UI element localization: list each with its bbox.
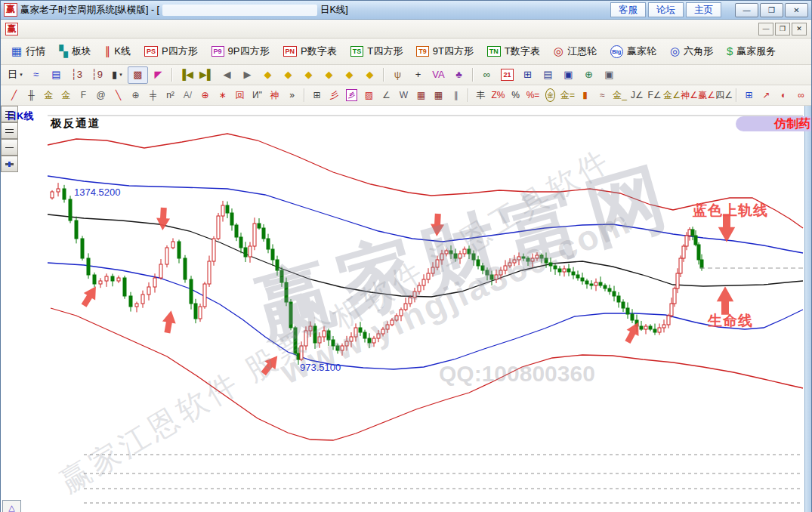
toolbar-hexagon[interactable]: ◎ 六角形 (664, 42, 719, 60)
toolbar-sectors[interactable]: ▚ 板块 (53, 42, 97, 60)
grid-3-chart[interactable]: ┆3 (66, 66, 87, 84)
candle-mark[interactable]: ▮ (576, 87, 594, 104)
gann-star[interactable]: ∗ (214, 87, 231, 104)
hash-grid[interactable]: ╪ (144, 87, 162, 104)
minimize-button[interactable]: — (735, 3, 758, 17)
zoom-out-horizontal[interactable]: ◆ (298, 66, 319, 84)
search-binoculars[interactable]: ∞ (477, 66, 497, 84)
trend-chart[interactable]: ↗ (758, 87, 775, 104)
vertical-scrollbar[interactable] (804, 106, 811, 512)
last-screen[interactable]: ▶▌ (196, 66, 217, 84)
close-button[interactable]: ✕ (785, 3, 808, 17)
toolbar-kline[interactable]: ∥ K线 (99, 42, 137, 60)
pan-right[interactable]: ◆ (278, 66, 298, 84)
gold-lines[interactable]: 金= (559, 87, 576, 104)
grid-9-chart[interactable]: ┆9 (87, 66, 107, 84)
zoom-in-horizontal[interactable]: ◆ (319, 66, 339, 84)
gold-underline[interactable]: 金_ (611, 87, 628, 104)
restore-button[interactable]: ❐ (760, 3, 783, 17)
angle-a-line[interactable]: A/ (179, 87, 196, 104)
gann-wave[interactable]: И" (249, 87, 266, 104)
infinity-tool[interactable]: ∞ (792, 87, 810, 104)
calculator[interactable]: ⊞ (517, 66, 538, 84)
export-web[interactable]: ⊕ (579, 66, 599, 84)
period-day-dropdown[interactable]: 日 (5, 66, 26, 84)
grid-yellow[interactable]: ⊞ (740, 87, 758, 104)
square-spiral[interactable]: 回 (231, 87, 249, 104)
volume-profile[interactable]: ◤ (148, 66, 168, 84)
calendar[interactable]: 21 (497, 66, 517, 84)
volume-bars[interactable]: 丰 (472, 87, 489, 104)
toolbar-p-square[interactable]: PS P四方形 (138, 42, 204, 60)
service-button[interactable]: 客服 (610, 2, 646, 17)
angle-line[interactable]: ∠ (378, 87, 395, 104)
toolbar-quotes[interactable]: ▦ 行情 (5, 42, 51, 60)
shen-grid[interactable]: 神 (266, 87, 283, 104)
save[interactable]: ▣ (558, 66, 579, 84)
toolbar-9t-square[interactable]: T9 9T四方形 (410, 42, 480, 60)
candle-style-dropdown[interactable]: ▮ (107, 66, 128, 84)
mdi-minimize-button[interactable]: — (758, 23, 773, 35)
shen-angle[interactable]: 神∠ (681, 87, 698, 104)
parallel-lines[interactable]: ∥ (447, 87, 465, 104)
intraday-chart[interactable]: ≈ (26, 66, 46, 84)
notes-icon: ▤ (543, 69, 552, 80)
crosshair-tool[interactable]: + (408, 66, 428, 84)
gann-grid[interactable]: ╫ (23, 87, 40, 104)
toolbar-9p-square[interactable]: P9 9P四方形 (205, 42, 276, 60)
draw-pen-red[interactable]: ╲ (110, 87, 127, 104)
mdi-restore-button[interactable]: ❐ (775, 23, 790, 35)
more-tools[interactable]: » (283, 87, 301, 104)
gann-target[interactable]: ⊕ (196, 87, 214, 104)
gold-circle[interactable]: 金 (542, 87, 559, 104)
percent-lines[interactable]: %= (524, 87, 542, 104)
toolbar-winner-wheel[interactable]: Big 赢家轮 (604, 42, 662, 60)
toolbar-t-table[interactable]: TN T数字表 (481, 42, 546, 60)
percent-zone[interactable]: Z% (489, 87, 507, 104)
first-screen[interactable]: ▐◀ (176, 66, 196, 84)
gold-angle[interactable]: 金∠ (663, 87, 681, 104)
send-to-pc[interactable]: ▣ (599, 66, 619, 84)
gann-circle[interactable]: ⊕ (127, 87, 144, 104)
wave-tool[interactable]: ≈ (594, 87, 611, 104)
box-grid[interactable]: ⊞ (308, 87, 326, 104)
gold-grid-b[interactable]: 金 (57, 87, 75, 104)
expand-view[interactable]: ◆ (360, 66, 380, 84)
si-angle[interactable]: 四∠ (715, 87, 733, 104)
price-grid-2[interactable]: ▦ (430, 87, 447, 104)
gann-fan[interactable]: 彡 (326, 87, 343, 104)
toolbar-winner-service[interactable]: $ 赢家服务 (721, 42, 782, 60)
magic-wand-tool[interactable]: ♣ (449, 66, 469, 84)
toolbar-t-square[interactable]: TS T四方形 (344, 42, 409, 60)
indicator-toggle-button[interactable]: △ (2, 500, 21, 512)
pan-left[interactable]: ◆ (258, 66, 278, 84)
zigzag-line[interactable]: W (395, 87, 412, 104)
prev-screen[interactable]: ◀ (217, 66, 237, 84)
compress-view[interactable]: ◆ (339, 66, 360, 84)
j-angle[interactable]: J∠ (628, 87, 646, 104)
percent-tool[interactable]: % (507, 87, 524, 104)
gann-fan-box[interactable]: 彡 (343, 87, 360, 104)
measure-tool[interactable]: VA (428, 66, 449, 84)
info-panel[interactable]: ▤ (46, 66, 66, 84)
pattern-overlay[interactable]: ▩ (128, 66, 148, 84)
draw-pen[interactable]: ╱ (5, 87, 23, 104)
ying-angle[interactable]: 赢∠ (698, 87, 715, 104)
n-square-grid[interactable]: n² (162, 87, 179, 104)
chart-canvas[interactable] (1, 106, 811, 512)
homepage-button[interactable]: 主页 (686, 2, 721, 17)
hatch-box[interactable]: ▨ (360, 87, 378, 104)
f-grid[interactable]: F (75, 87, 92, 104)
toolbar-p-table[interactable]: PN P数字表 (277, 42, 343, 60)
f-angle[interactable]: F∠ (646, 87, 663, 104)
price-grid[interactable]: ▦ (412, 87, 430, 104)
hand-tool[interactable]: ψ (387, 66, 408, 84)
yin-yang[interactable]: ◐ (775, 87, 792, 104)
spiral-tool[interactable]: @ (92, 87, 110, 104)
toolbar-gann-wheel[interactable]: ◎ 江恩轮 (548, 42, 603, 60)
mdi-close-button[interactable]: ✕ (792, 23, 807, 35)
next-screen[interactable]: ▶ (237, 66, 258, 84)
gold-grid-a[interactable]: 金 (40, 87, 57, 104)
forum-button[interactable]: 论坛 (648, 2, 684, 17)
notes[interactable]: ▤ (538, 66, 558, 84)
